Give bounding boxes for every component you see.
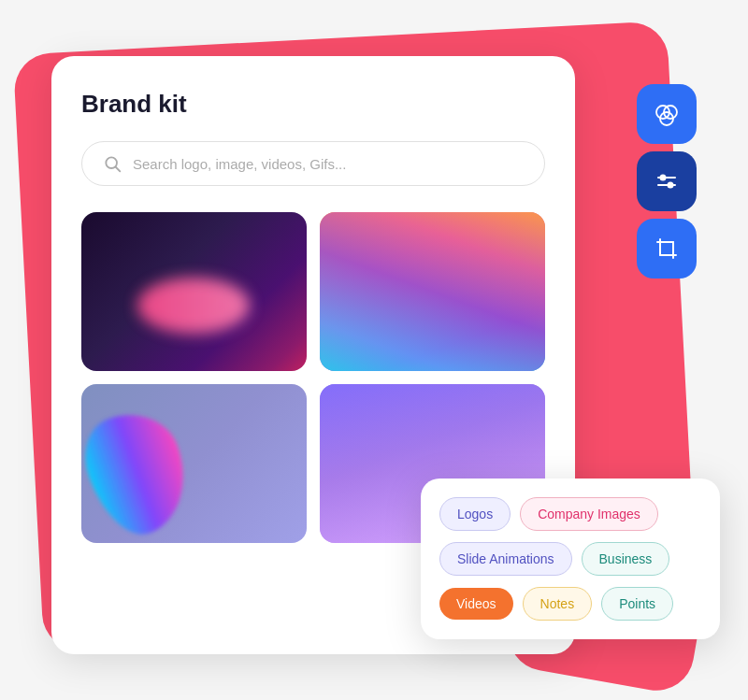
image-card-2[interactable] — [320, 212, 545, 371]
tags-row-2: Slide Animations Business — [439, 542, 701, 576]
image-card-1[interactable] — [81, 212, 307, 371]
search-icon — [103, 154, 122, 173]
tag-logos[interactable]: Logos — [439, 497, 511, 531]
svg-rect-9 — [660, 242, 673, 255]
settings-toolbar-button[interactable] — [637, 151, 697, 211]
toolbar — [637, 84, 697, 279]
svg-line-1 — [116, 167, 121, 172]
page-title: Brand kit — [81, 90, 545, 119]
search-bar[interactable]: Search logo, image, videos, Gifs... — [81, 141, 545, 186]
brand-toolbar-button[interactable] — [637, 84, 697, 144]
image-card-3[interactable] — [81, 384, 307, 543]
tag-slide-animations[interactable]: Slide Animations — [439, 542, 572, 576]
crop-icon — [654, 236, 680, 262]
search-placeholder-text: Search logo, image, videos, Gifs... — [133, 156, 346, 172]
tags-row-1: Logos Company Images — [439, 497, 701, 531]
tag-points[interactable]: Points — [601, 587, 673, 621]
tag-business[interactable]: Business — [582, 542, 670, 576]
tag-notes[interactable]: Notes — [523, 587, 593, 621]
tags-row-3: Videos Notes Points — [439, 587, 701, 621]
tags-card: Logos Company Images Slide Animations Bu… — [421, 479, 720, 639]
svg-point-7 — [661, 176, 666, 180]
tag-videos[interactable]: Videos — [439, 588, 513, 620]
svg-point-8 — [669, 183, 673, 188]
sliders-icon — [654, 168, 680, 194]
tag-company-images[interactable]: Company Images — [520, 497, 658, 531]
circles-icon — [654, 101, 680, 127]
crop-toolbar-button[interactable] — [637, 219, 697, 279]
